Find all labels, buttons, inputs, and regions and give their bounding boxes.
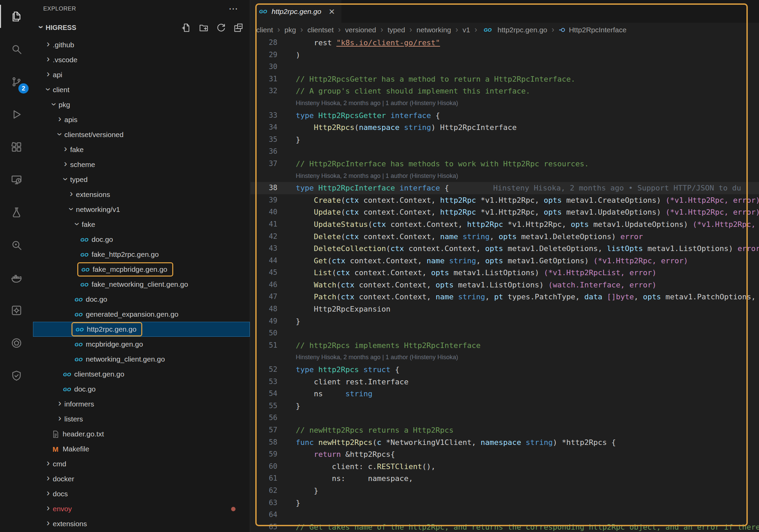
breadcrumb-networking[interactable]: networking [417, 26, 451, 34]
code-line-51[interactable]: 51// http2Rpcs implements Http2RpcInterf… [251, 339, 759, 352]
code-line-31[interactable]: 31// Http2RpcsGetter has a method to ret… [251, 73, 759, 85]
code-line-35[interactable]: 35} [251, 134, 759, 146]
code-line-50[interactable]: 50 [251, 327, 759, 339]
tree-folder-docker[interactable]: ›docker [33, 471, 250, 486]
code-line-38[interactable]: 38type Http2RpcInterface interface {Hins… [251, 182, 759, 194]
code-line-59[interactable]: 59 return &http2Rpcs{ [251, 448, 759, 461]
code-line-41[interactable]: 41 UpdateStatus(ctx context.Context, htt… [251, 218, 759, 231]
code-line-43[interactable]: 43 DeleteCollection(ctx context.Context,… [251, 243, 759, 255]
code-line-65[interactable]: 65// Get takes name of the http2Rpc, and… [251, 521, 759, 532]
activity-source-control-icon[interactable]: 2 [0, 65, 33, 98]
tree-folder-fake[interactable]: ›fake [33, 217, 250, 232]
code-line-46[interactable]: 46 Watch(ctx context.Context, opts metav… [251, 279, 759, 291]
code-line-61[interactable]: 61 ns: namespace, [251, 472, 759, 485]
tree-folder-extensions[interactable]: ›extensions [33, 516, 250, 531]
tree-file-fake-http2rpc-gen-go[interactable]: GOfake_http2rpc.gen.go [33, 247, 250, 262]
tree-file-networking-client-gen-go[interactable]: GOnetworking_client.gen.go [33, 352, 250, 367]
code-line-30[interactable]: 30 [251, 61, 759, 73]
tree-file-doc-go[interactable]: GOdoc.go [33, 232, 250, 247]
tree-folder-api[interactable]: ›api [33, 67, 250, 82]
tree-folder-scheme[interactable]: ›scheme [33, 157, 250, 172]
tree-folder-informers[interactable]: ›informers [33, 397, 250, 412]
tree-folder-networking-v1[interactable]: ›networking/v1 [33, 202, 250, 217]
tree-file-http2rpc-gen-go[interactable]: GOhttp2rpc.gen.go [33, 322, 250, 337]
code-line-32[interactable]: 32// A group's client should implement t… [251, 85, 759, 97]
refresh-icon[interactable] [216, 23, 226, 32]
activity-kubernetes-icon[interactable] [0, 327, 33, 359]
tree-file-doc-go[interactable]: GOdoc.go [33, 382, 250, 397]
breadcrumb-versioned[interactable]: versioned [345, 26, 376, 34]
activity-dev-containers-icon[interactable] [0, 294, 33, 327]
breadcrumb-http2rpcinterface[interactable]: Http2RpcInterface [559, 26, 626, 34]
tree-file-mcpbridge-gen-go[interactable]: GOmcpbridge.gen.go [33, 337, 250, 352]
code-line-36[interactable]: 36 [251, 146, 759, 158]
tree-folder-docs[interactable]: ›docs [33, 486, 250, 501]
collapse-all-icon[interactable] [234, 23, 243, 32]
explorer-section-header[interactable]: › HIGRESS [33, 18, 250, 37]
code-line-29[interactable]: 29) [251, 49, 759, 61]
code-line-56[interactable]: 56 [251, 412, 759, 424]
code-line-33[interactable]: 33type Http2RpcsGetter interface { [251, 110, 759, 122]
code-line-57[interactable]: 57// newHttp2Rpcs returns a Http2Rpcs [251, 424, 759, 436]
new-file-icon[interactable] [182, 23, 191, 32]
code-line-49[interactable]: 49} [251, 315, 759, 328]
code-line-52[interactable]: 52type http2Rpcs struct { [251, 364, 759, 376]
breadcrumb-http2rpc-gen-go[interactable]: GOhttp2rpc.gen.go [482, 26, 547, 34]
tree-file-generated-expansion-gen-go[interactable]: GOgenerated_expansion.gen.go [33, 307, 250, 322]
tree-folder-clientset-versioned[interactable]: ›clientset/versioned [33, 127, 250, 142]
code-line-28[interactable]: 28 rest "k8s.io/client-go/rest" [251, 37, 759, 49]
tree-folder-extensions[interactable]: ›extensions [33, 187, 250, 202]
code-line-60[interactable]: 60 client: c.RESTClient(), [251, 461, 759, 473]
code-line-34[interactable]: 34 Http2Rpcs(namespace string) Http2RpcI… [251, 121, 759, 134]
tree-folder-github[interactable]: ›.github [33, 37, 250, 52]
breadcrumb-v1[interactable]: v1 [463, 26, 470, 34]
tree-folder-fake[interactable]: ›fake [33, 142, 250, 157]
code-line-40[interactable]: 40 Update(ctx context.Context, http2Rpc … [251, 206, 759, 218]
code-line-48[interactable]: 48 Http2RpcExpansion [251, 303, 759, 315]
tree-file-fake-networking-client-gen-go[interactable]: GOfake_networking_client.gen.go [33, 277, 250, 292]
code-line-55[interactable]: 55} [251, 400, 759, 412]
code-line-63[interactable]: 63} [251, 497, 759, 509]
code-line-37[interactable]: 37// Http2RpcInterface has methods to wo… [251, 158, 759, 170]
breadcrumb-client[interactable]: client [256, 26, 273, 34]
tree-folder-pkg[interactable]: ›pkg [33, 97, 250, 112]
tree-folder-envoy[interactable]: ›envoy [33, 501, 250, 516]
activity-search-icon[interactable] [0, 33, 33, 65]
breadcrumb-pkg[interactable]: pkg [285, 26, 296, 34]
tree-folder-cmd[interactable]: ›cmd [33, 456, 250, 471]
activity-extensions-icon[interactable] [0, 131, 33, 163]
code-area[interactable]: 28 rest "k8s.io/client-go/rest"29)3031//… [251, 37, 759, 532]
tree-folder-vscode[interactable]: ›.vscode [33, 52, 250, 67]
new-folder-icon[interactable] [199, 23, 208, 32]
activity-security-icon[interactable] [0, 359, 33, 392]
tree-folder-client[interactable]: ›client [33, 82, 250, 97]
tree-file-fake-mcpbridge-gen-go[interactable]: GOfake_mcpbridge.gen.go [33, 262, 250, 277]
activity-live-preview-icon[interactable] [0, 229, 33, 261]
tree-file-doc-go[interactable]: GOdoc.go [33, 292, 250, 307]
code-line-39[interactable]: 39 Create(ctx context.Context, http2Rpc … [251, 194, 759, 206]
tree-file-makefile[interactable]: MMakefile [33, 442, 250, 456]
code-line-54[interactable]: 54 ns string [251, 388, 759, 400]
breadcrumb-typed[interactable]: typed [388, 26, 405, 34]
tree-folder-typed[interactable]: ›typed [33, 172, 250, 187]
activity-docker-icon[interactable] [0, 261, 33, 294]
tree-folder-listers[interactable]: ›listers [33, 412, 250, 427]
tree-folder-apis[interactable]: ›apis [33, 112, 250, 127]
tab-http2rpc-gen-go[interactable]: GO http2rpc.gen.go × [251, 0, 341, 23]
code-line-62[interactable]: 62 } [251, 485, 759, 497]
code-line-45[interactable]: 45 List(ctx context.Context, opts metav1… [251, 267, 759, 279]
activity-run-and-debug-icon[interactable] [0, 98, 33, 131]
code-line-53[interactable]: 53 client rest.Interface [251, 376, 759, 388]
activity-testing-icon[interactable] [0, 196, 33, 229]
breadcrumb-clientset[interactable]: clientset [307, 26, 334, 34]
code-line-58[interactable]: 58func newHttp2Rpcs(c *NetworkingV1Clien… [251, 436, 759, 449]
tree-file-clientset-gen-go[interactable]: GOclientset.gen.go [33, 367, 250, 382]
code-line-42[interactable]: 42 Delete(ctx context.Context, name stri… [251, 231, 759, 243]
tree-file-header-go-txt[interactable]: header.go.txt [33, 427, 250, 442]
code-line-64[interactable]: 64 [251, 509, 759, 521]
activity-explorer-icon[interactable] [0, 0, 33, 33]
code-line-44[interactable]: 44 Get(ctx context.Context, name string,… [251, 255, 759, 267]
activity-remote-explorer-icon[interactable] [0, 163, 33, 196]
close-icon[interactable]: × [329, 7, 335, 16]
code-line-47[interactable]: 47 Patch(ctx context.Context, name strin… [251, 291, 759, 303]
